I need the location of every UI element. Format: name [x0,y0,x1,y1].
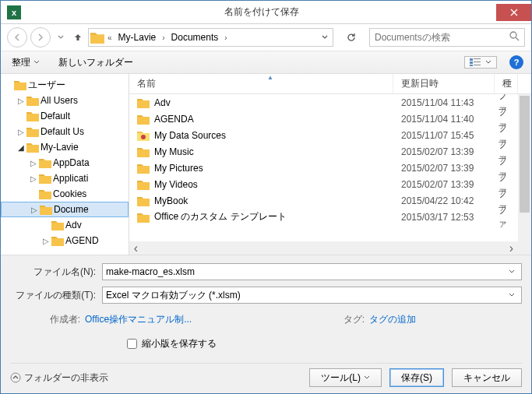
tree-label: My-Lavie [41,142,79,153]
folder-icon [51,235,64,246]
breadcrumb-seg[interactable]: My-Lavie [115,32,160,43]
nav-recent-button[interactable] [54,29,68,46]
folder-icon [26,95,39,106]
refresh-button[interactable] [341,28,361,47]
file-name: My Music [154,146,194,157]
tree-label: Applicati [53,173,88,184]
tree-item[interactable]: ▷Applicati [1,171,129,186]
tools-button[interactable]: ツール(L) [309,368,382,387]
search-input[interactable] [375,32,509,43]
filetype-label: ファイルの種類(T): [10,289,96,302]
nav-up-button[interactable] [71,29,85,46]
list-item[interactable]: MyBook2015/04/22 10:42ファ [129,192,518,209]
close-button[interactable] [496,4,531,21]
horizontal-scrollbar[interactable]: ‹› [129,241,518,255]
view-options-button[interactable] [464,56,497,69]
twisty-closed-icon[interactable]: ▷ [29,174,37,183]
svg-point-3 [510,32,516,38]
twisty-closed-icon[interactable]: ▷ [16,128,25,136]
breadcrumb-root-chevron[interactable]: « [106,33,114,42]
scroll-right-button[interactable]: › [505,241,518,255]
tree-label: Default [41,111,70,121]
tree-item[interactable]: Cookies [1,186,129,202]
folder-icon [14,79,26,90]
chevron-right-icon[interactable]: › [160,33,166,42]
save-button[interactable]: 保存(S) [389,368,444,387]
window-title: 名前を付けて保存 [27,5,496,19]
hide-folders-button[interactable]: フォルダーの非表示 [10,371,108,385]
address-bar[interactable]: « My-Lavie › Documents › [88,28,333,47]
filename-input[interactable]: make-macro_es.xlsm [102,263,522,280]
tag-value[interactable]: タグの追加 [369,313,416,326]
vertical-scrollbar[interactable] [518,94,531,241]
new-folder-button[interactable]: 新しいフォルダー [55,55,136,71]
tree-item[interactable]: ユーザー [1,77,129,93]
twisty-closed-icon[interactable]: ▷ [41,237,50,245]
chevron-right-icon[interactable]: › [223,33,228,42]
sort-indicator-icon: ▲ [267,74,273,81]
folder-icon [26,111,39,121]
tree-item[interactable]: Default [1,108,129,124]
file-date: 2015/02/07 13:39 [393,146,495,157]
list-item[interactable]: AGENDA2015/11/04 11:40ファ [129,111,518,127]
twisty-closed-icon[interactable]: ▷ [30,206,38,214]
twisty-closed-icon[interactable]: ▷ [16,97,25,105]
scroll-left-button[interactable]: ‹ [129,241,143,255]
svg-rect-26 [137,166,150,174]
address-dropdown[interactable] [319,35,331,40]
folder-icon [137,146,150,157]
file-date: 2015/11/04 11:43 [393,97,495,108]
svg-rect-22 [137,117,150,125]
filetype-select[interactable]: Excel マクロ有効ブック (*.xlsm) [102,287,522,304]
folder-tree[interactable]: ユーザー▷All UsersDefault▷Default Us◢My-Lavi… [1,74,129,255]
tree-item[interactable]: ▷AGEND [1,233,129,248]
list-item[interactable]: Office のカスタム テンプレート2015/03/17 12:53ファ [129,209,518,225]
col-name[interactable]: 名前▲ [129,74,393,93]
save-dialog: x 名前を付けて保存 « My-Lavie › Documents › 整理 新… [0,0,532,394]
folder-icon [26,126,39,137]
tree-label: Adv [65,220,82,230]
tree-label: All Users [41,95,78,106]
list-rows[interactable]: Adv2015/11/04 11:43ファAGENDA2015/11/04 11… [129,94,518,241]
tree-item[interactable]: ◢My-Lavie [1,139,129,155]
help-button[interactable]: ? [509,55,523,69]
file-date: 2015/03/17 12:53 [393,212,495,223]
scrollbar-corner [518,241,531,255]
list-item[interactable]: My Pictures2015/02/07 13:39ファ [129,160,518,176]
breadcrumb-seg[interactable]: Documents [168,32,222,43]
tree-item[interactable]: Adv [1,217,129,233]
body: ユーザー▷All UsersDefault▷Default Us◢My-Lavi… [1,74,531,255]
col-date[interactable]: 更新日時 [393,74,495,93]
twisty-closed-icon[interactable]: ▷ [29,159,37,167]
cancel-button[interactable]: キャンセル [452,368,522,387]
col-type[interactable]: 種 [495,74,518,93]
search-box[interactable] [369,28,525,47]
bottom-panel: ファイル名(N): make-macro_es.xlsm ファイルの種類(T):… [1,255,531,393]
tree-item[interactable]: ▷Docume [1,202,129,217]
tree-item[interactable]: ▷All Users [1,93,129,108]
list-item[interactable]: Adv2015/11/04 11:43ファ [129,94,518,111]
tree-item[interactable]: ▷AppData [1,155,129,171]
list-item[interactable]: My Videos2015/02/07 13:39ファ [129,176,518,192]
tree-item[interactable]: ▷Default Us [1,124,129,139]
thumbnail-checkbox[interactable] [127,339,137,349]
excel-icon: x [7,5,21,19]
list-item[interactable]: My Data Sources2015/11/07 15:45ファ [129,127,518,143]
list-item[interactable]: My Music2015/02/07 13:39ファ [129,143,518,160]
folder-icon [137,114,150,125]
nav-back-button[interactable] [7,27,27,47]
chevron-down-icon[interactable] [506,293,518,297]
folder-icon [137,163,150,174]
file-name: AGENDA [154,114,194,125]
file-name: MyBook [154,195,188,206]
organize-button[interactable]: 整理 [9,55,43,71]
scrollbar-thumb[interactable] [520,96,530,213]
toolbar: 整理 新しいフォルダー ? [1,51,531,74]
file-list: 名前▲ 更新日時 種 Adv2015/11/04 11:43ファAGENDA20… [129,74,531,255]
twisty-open-icon[interactable]: ◢ [16,143,25,152]
author-value[interactable]: Office操作マニュアル制... [85,313,192,326]
chevron-down-icon[interactable] [506,269,518,274]
folder-icon [40,204,52,215]
nav-forward-button[interactable] [30,27,51,47]
svg-rect-19 [51,223,64,230]
